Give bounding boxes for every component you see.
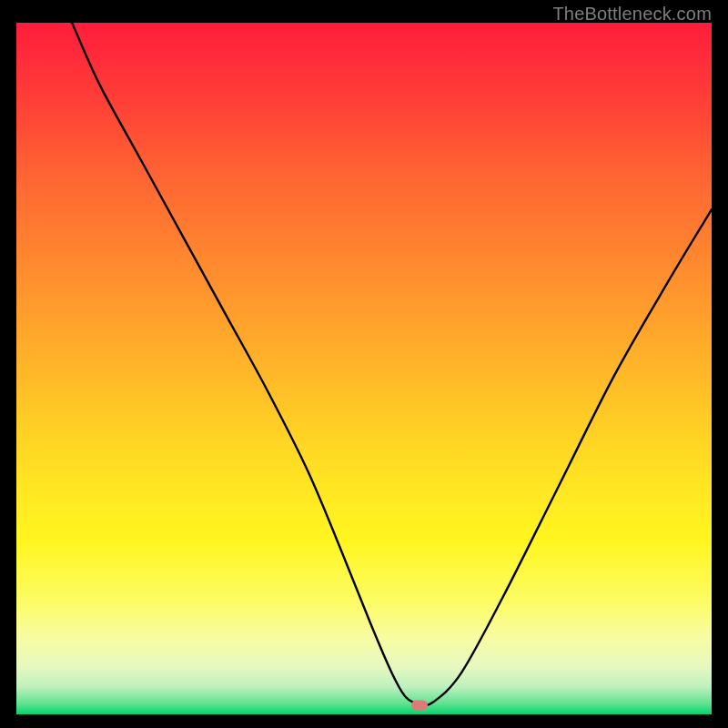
minimum-marker-icon <box>411 701 428 711</box>
left-border <box>0 0 16 728</box>
chart-frame: TheBottleneck.com <box>0 0 728 728</box>
right-border <box>712 0 728 728</box>
plot-area <box>16 23 712 714</box>
watermark-text: TheBottleneck.com <box>552 4 712 25</box>
bottleneck-curve <box>16 23 712 714</box>
bottom-border <box>0 714 728 728</box>
